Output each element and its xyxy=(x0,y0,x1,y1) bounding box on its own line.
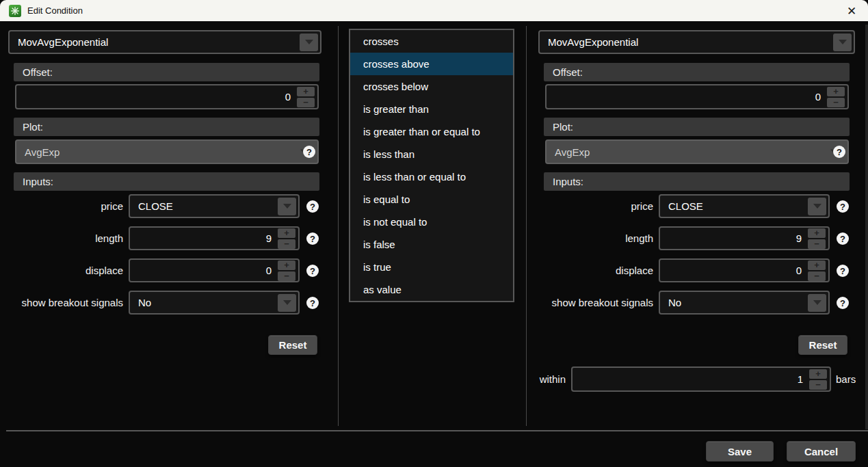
left-offset-value[interactable]: 0 xyxy=(285,91,291,103)
left-price-help-icon[interactable]: ? xyxy=(306,200,319,213)
chevron-down-icon xyxy=(305,40,313,44)
left-length-increment-button[interactable]: + xyxy=(278,228,295,238)
right-price-help-icon[interactable]: ? xyxy=(837,200,849,213)
left-plot-select[interactable]: AvgExp xyxy=(15,139,319,164)
right-length-label: length xyxy=(530,226,653,250)
condition-option[interactable]: crosses xyxy=(350,30,513,53)
condition-option[interactable]: is true xyxy=(350,256,513,278)
plus-icon: + xyxy=(814,228,819,238)
bars-label: bars xyxy=(836,366,863,392)
left-price-dropdown-button[interactable] xyxy=(278,198,296,215)
condition-option[interactable]: crosses above xyxy=(350,53,513,75)
titlebar: Edit Condition ✕ xyxy=(0,0,868,21)
within-decrement-button[interactable]: − xyxy=(809,380,827,390)
right-reset-button[interactable]: Reset xyxy=(798,335,847,355)
right-indicator-dropdown-button[interactable] xyxy=(833,34,852,51)
left-price-select[interactable]: CLOSE xyxy=(129,194,300,218)
right-length-value[interactable]: 9 xyxy=(796,232,802,244)
left-plot-value: AvgExp xyxy=(25,146,60,158)
plus-icon: + xyxy=(284,260,289,270)
right-plot-help-icon[interactable]: ? xyxy=(833,146,845,158)
right-breakout-select[interactable]: No xyxy=(659,291,830,315)
right-displace-decrement-button[interactable]: − xyxy=(808,271,826,281)
edit-condition-dialog: Edit Condition ✕ MovAvgExponential Offse… xyxy=(0,0,868,467)
left-indicator-dropdown-button[interactable] xyxy=(300,34,318,51)
close-button[interactable]: ✕ xyxy=(843,3,860,19)
right-length-spinner[interactable]: 9 + − xyxy=(659,226,830,250)
condition-list: crosses crosses above crosses below is g… xyxy=(349,29,514,302)
left-length-spinner[interactable]: 9 + − xyxy=(129,226,300,250)
right-length-increment-button[interactable]: + xyxy=(808,228,826,238)
plus-icon: + xyxy=(833,86,839,96)
right-indicator-select[interactable]: MovAvgExponential xyxy=(538,30,855,54)
right-offset-header: Offset: xyxy=(544,63,850,81)
cancel-button[interactable]: Cancel xyxy=(787,441,856,462)
left-length-decrement-button[interactable]: − xyxy=(278,239,295,249)
right-offset-decrement-button[interactable]: − xyxy=(827,98,845,107)
right-offset-value[interactable]: 0 xyxy=(815,91,821,103)
left-displace-increment-button[interactable]: + xyxy=(278,261,295,270)
left-plot-help-icon[interactable]: ? xyxy=(303,146,315,158)
condition-option[interactable]: is less than or equal to xyxy=(350,165,513,188)
left-indicator-value: MovAvgExponential xyxy=(18,36,108,48)
left-breakout-help-icon[interactable]: ? xyxy=(306,297,319,309)
condition-option[interactable]: crosses below xyxy=(350,75,513,98)
left-length-help-icon[interactable]: ? xyxy=(306,232,319,245)
right-price-value: CLOSE xyxy=(668,200,703,212)
condition-option[interactable]: is less than xyxy=(350,143,513,165)
right-offset-increment-button[interactable]: + xyxy=(827,87,845,96)
condition-option[interactable]: is greater than or equal to xyxy=(350,120,513,143)
left-displace-help-icon[interactable]: ? xyxy=(306,265,319,277)
right-inputs-label: Inputs: xyxy=(553,176,583,187)
right-offset-spinner[interactable]: 0 + − xyxy=(545,84,849,109)
minus-icon: − xyxy=(814,239,819,249)
condition-option[interactable]: as value xyxy=(350,278,513,301)
within-label: within xyxy=(520,366,566,392)
condition-option[interactable]: is false xyxy=(350,233,513,256)
left-plot-header: Plot: xyxy=(14,118,319,136)
left-indicator-select[interactable]: MovAvgExponential xyxy=(8,30,321,54)
within-spinner[interactable]: 1 + − xyxy=(571,366,831,392)
right-indicator-value: MovAvgExponential xyxy=(548,36,638,48)
condition-option[interactable]: is equal to xyxy=(350,188,513,211)
left-breakout-dropdown-button[interactable] xyxy=(278,294,296,312)
app-logo-icon xyxy=(9,5,21,17)
window-title: Edit Condition xyxy=(27,5,83,16)
right-length-help-icon[interactable]: ? xyxy=(837,232,849,245)
right-plot-header: Plot: xyxy=(544,118,850,136)
left-breakout-select[interactable]: No xyxy=(129,291,300,315)
plus-icon: + xyxy=(814,260,819,270)
condition-option[interactable]: is greater than xyxy=(350,98,513,120)
left-displace-spinner[interactable]: 0 + − xyxy=(129,258,300,282)
left-offset-label: Offset: xyxy=(23,66,53,78)
left-displace-value[interactable]: 0 xyxy=(266,265,272,276)
right-price-dropdown-button[interactable] xyxy=(808,198,826,215)
left-offset-spinner[interactable]: 0 + − xyxy=(15,84,319,109)
right-displace-spinner[interactable]: 0 + − xyxy=(659,258,830,282)
left-price-value: CLOSE xyxy=(138,200,173,212)
save-button[interactable]: Save xyxy=(706,441,774,462)
left-length-value[interactable]: 9 xyxy=(266,232,272,244)
left-offset-decrement-button[interactable]: − xyxy=(297,98,315,107)
right-offset-label: Offset: xyxy=(553,66,583,78)
within-value[interactable]: 1 xyxy=(798,373,803,385)
left-reset-button[interactable]: Reset xyxy=(268,335,317,355)
within-increment-button[interactable]: + xyxy=(809,369,827,379)
right-plot-select[interactable]: AvgExp xyxy=(545,139,849,164)
chevron-down-icon xyxy=(813,204,821,209)
right-length-decrement-button[interactable]: − xyxy=(808,239,826,249)
right-displace-help-icon[interactable]: ? xyxy=(837,265,849,277)
right-plot-label: Plot: xyxy=(553,121,573,133)
right-displace-increment-button[interactable]: + xyxy=(808,261,826,270)
right-price-select[interactable]: CLOSE xyxy=(659,194,830,218)
right-breakout-help-icon[interactable]: ? xyxy=(837,297,849,309)
right-displace-value[interactable]: 0 xyxy=(796,265,802,276)
condition-option[interactable]: is not equal to xyxy=(350,211,513,233)
window-edge-strip xyxy=(865,25,868,429)
left-offset-increment-button[interactable]: + xyxy=(297,87,315,96)
plus-icon: + xyxy=(284,228,289,238)
right-breakout-dropdown-button[interactable] xyxy=(808,294,826,312)
chevron-down-icon xyxy=(813,300,821,305)
left-displace-decrement-button[interactable]: − xyxy=(278,271,295,281)
right-plot-value: AvgExp xyxy=(555,146,590,158)
